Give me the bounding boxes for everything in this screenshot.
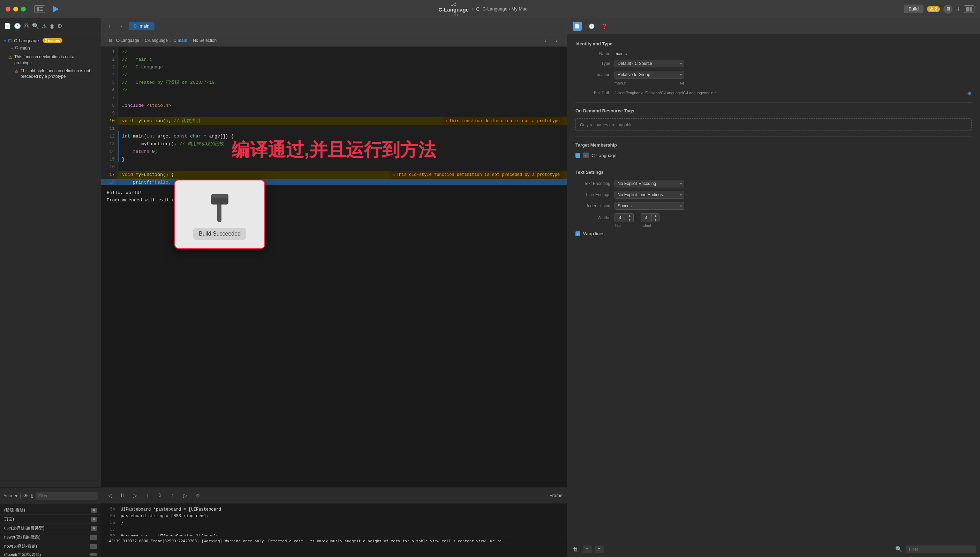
sidebar-icon-4[interactable]: 🔍 [32,23,39,29]
line-num-54: 54 [107,507,115,513]
line-num-8: 8 [101,102,117,109]
line-num-6: 6 [101,86,117,94]
project-icon: ⊡ [8,38,12,43]
auto-chevron-icon: ▾ [15,493,18,499]
error-text-1: This old-style function definition is no… [21,68,92,80]
list-item-4[interactable]: now(选择题-看题) — [0,542,101,551]
nav-back-icon[interactable]: ‹ [105,22,114,31]
breadcrumb-item-3[interactable]: C main [173,38,187,43]
tab-label: Tab [615,223,634,228]
bottom-toolbar-icon-6[interactable]: ↑ [168,491,177,500]
field-location: Location Relative to Group ▾ main.c ⊕ [576,71,972,86]
target-checkbox[interactable]: ✓ ▪ C-Language [576,153,972,158]
divider [20,493,21,499]
nav-forward-icon[interactable]: › [117,22,126,31]
close-button[interactable] [6,7,10,11]
encoding-select[interactable]: No Explicit Encoding ▾ [615,180,684,187]
tab-width-decrement[interactable]: ▼ [626,218,633,222]
bottom-toolbar-icon-3[interactable]: ▷ [130,491,140,500]
sidebar-item-main[interactable]: ▾ C main [0,44,101,52]
bottom-filter-input[interactable] [36,492,97,500]
titlebar: ⎇ C-Language main › C C-Language › My Ma… [0,0,980,18]
titlebar-right: Build ⚠ 2 🖥 + [904,5,974,14]
bottom-toolbar-icon-7[interactable]: ▷ [181,491,190,500]
indent-width-stepper[interactable]: 4 ▲ ▼ [641,213,660,222]
location-select[interactable]: Relative to Group ▾ [615,71,684,78]
code-line-3: // C-Language [118,64,567,71]
bottom-toolbar-icon-8[interactable]: ⎋ [193,491,202,500]
error-text-0: This function declaration is not a proto… [14,54,92,66]
sidebar-tree: ▾ ⊡ C-Language 2 issues ▾ C main ⚠ This … [0,34,101,503]
sidebar-header: 📄 🕐 ⓪ 🔍 ⚠ ◉ ⚙ [0,18,101,34]
svg-rect-3 [39,10,43,11]
build-button[interactable]: Build [904,5,923,13]
svg-rect-6 [217,203,221,222]
list-item-0[interactable]: (错题-看题) A [0,506,101,515]
target-name: C-Language [592,153,617,158]
bottom-toolbar-icon-4[interactable]: ↓ [143,491,152,500]
warning-text-10: This function declaration is not a proto… [449,117,560,125]
tab-width-increment[interactable]: ▲ [626,213,633,218]
indent-width-increment[interactable]: ▲ [652,213,659,218]
location-edit-icon[interactable]: ⊕ [680,80,684,86]
target-app-icon: ▪ [583,153,589,158]
wrap-label: Wrap lines [583,231,604,236]
list-item-text-2: ose(选择题-题目类型) [4,525,88,531]
sidebar-icon-7[interactable]: ⚙ [57,23,62,29]
tab-width-stepper[interactable]: 4 ▲ ▼ [615,213,634,222]
maximize-button[interactable] [21,7,26,11]
textsettings-title: Text Settings [576,169,972,175]
bottom-right-filter-input[interactable] [906,546,976,553]
warning-inline-17: ⚠ This old-style function definition is … [390,171,563,179]
list-item-3[interactable]: nswer(选择题-做题) — [0,533,101,542]
inspector-tab-active[interactable]: 📄 [573,22,582,31]
bottom-right-list-icon-1[interactable]: ≡ [583,546,592,553]
bottom-toolbar-icon-2[interactable]: ⏸ [118,491,127,500]
sidebar-item-project[interactable]: ▾ ⊡ C-Language 2 issues [0,37,101,44]
sidebar-icon-5[interactable]: ⚠ [42,23,47,29]
line-num-55: 55 [107,513,115,520]
list-item-badge-1: A [91,517,97,522]
indent-select[interactable]: Spaces ▾ [615,202,684,210]
sidebar-icon-2[interactable]: 🕐 [14,23,21,29]
inspector-tab-help[interactable]: ❓ [602,23,607,29]
list-item-2[interactable]: ose(选择题-题目类型) A [0,524,101,533]
sidebar-toggle-button[interactable] [34,5,45,13]
layout-button[interactable] [964,5,974,13]
breadcrumb-item-1[interactable]: C-Language [116,38,139,43]
type-select[interactable]: Default - C Source ▾ [615,60,684,67]
svg-rect-5 [970,7,972,11]
target-checkbox-icon[interactable]: ✓ [576,153,580,158]
list-item-1[interactable]: 页面) A [0,515,101,524]
bottom-right-trash-icon[interactable]: 🗑 [571,545,580,554]
indent-num-label: Indent [641,223,660,228]
error-item-0[interactable]: ⚠ This function declaration is not a pro… [8,53,92,67]
list-item-5[interactable]: tDetail(问答题-看题) — [0,551,101,556]
wrap-checkbox[interactable]: ✓ [576,231,580,236]
breadcrumb-forward-icon[interactable]: › [552,36,561,45]
sidebar-icon-1[interactable]: 📄 [4,23,11,29]
line-num-17: 17 [101,171,117,179]
auto-label: Auto [3,493,12,498]
active-tab[interactable]: C main [129,22,154,30]
bottom-right-list-icon-2[interactable]: ≡ [595,546,604,553]
bottom-toolbar-icon-5[interactable]: ⤵ [156,491,165,500]
fullpath-reveal-icon[interactable]: ⊕ [967,90,972,97]
code-line-7 [118,94,567,102]
error-item-1[interactable]: ⚠ This old-style function definition is … [8,67,92,81]
minimize-button[interactable] [13,7,18,11]
sidebar-icon-3[interactable]: ⓪ [24,22,29,30]
breadcrumb-item-2[interactable]: C-Language [145,38,168,43]
sidebar-icon-6[interactable]: ◉ [50,23,54,29]
field-encoding: Text Encoding No Explicit Encoding ▾ [576,180,972,187]
breadcrumb-back-icon[interactable]: ‹ [541,36,550,45]
identity-section-title: Identity and Type [576,41,972,46]
indent-width-decrement[interactable]: ▼ [652,218,659,222]
info-icon[interactable]: ℹ [31,493,33,499]
lineendings-select[interactable]: No Explicit Line Endings ▾ [615,191,684,199]
bottom-toolbar-icon-1[interactable]: ◁ [105,491,114,500]
inspector-tab-history[interactable]: 🕐 [589,23,595,29]
add-button[interactable]: + [956,5,961,14]
run-button[interactable] [50,3,62,15]
eye-icon[interactable]: 👁 [23,493,28,499]
